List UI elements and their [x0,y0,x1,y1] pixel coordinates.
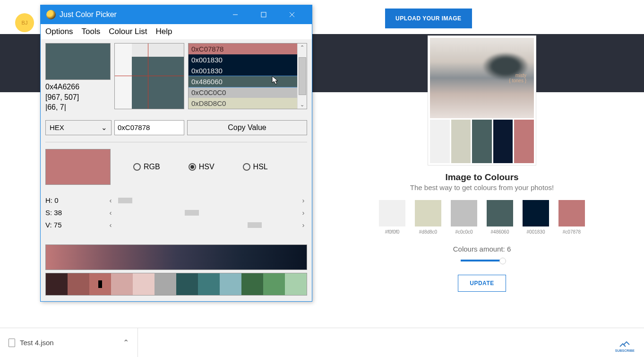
slider-thumb[interactable] [185,210,199,216]
slider-label: V: 75 [45,221,107,229]
maximize-button[interactable] [249,5,278,24]
extracted-label: #c07878 [558,229,585,235]
download-file-chip[interactable]: Test 4.json ⌃ [0,328,138,357]
slider-row: H: 0‹› [45,194,307,207]
extracted-swatch [415,200,441,226]
slider-left-icon[interactable]: ‹ [107,196,114,204]
scroll-up-icon[interactable]: ⌃ [300,44,304,52]
svg-rect-1 [261,12,266,17]
menu-tools[interactable]: Tools [82,27,101,36]
extracted-label: #486060 [487,229,513,235]
model-swatch [45,149,111,185]
extracted-swatch [487,200,513,226]
history-item[interactable]: 0xC0C0C0 [189,87,297,98]
extracted-color[interactable]: #c0c0c0 [451,200,477,235]
slider-right-icon[interactable]: › [300,209,307,217]
palette-cell[interactable] [46,273,68,295]
palette-cell[interactable] [198,273,220,295]
palette-cell[interactable] [220,273,241,295]
minimize-button[interactable] [221,5,249,24]
slider-left-icon[interactable]: ‹ [107,221,114,229]
extracted-label: #f0f0f0 [379,229,405,235]
menu-colour-list[interactable]: Colour List [109,27,147,36]
downloads-bar: Test 4.json ⌃ [0,328,644,357]
scroll-thumb[interactable] [299,57,306,95]
current-hex: 0x4A6266 [45,82,111,92]
radio-hsv[interactable]: HSV [189,163,215,171]
gradient-bar[interactable] [45,244,307,270]
slider-track[interactable] [114,198,300,203]
colours-amount-label: Colours amount: 6 [321,245,643,253]
zoom-preview [114,43,184,109]
palette-cell[interactable] [176,273,198,295]
slider-right-icon[interactable]: › [300,196,307,204]
window-title: Just Color Picker [60,10,221,19]
menu-options[interactable]: Options [45,27,73,36]
history-item[interactable]: 0xC07878 [189,44,297,54]
copy-value-button[interactable]: Copy Value [187,120,307,135]
radio-icon [133,163,141,171]
menubar: OptionsToolsColour ListHelp [41,24,312,39]
hsv-sliders: H: 0‹›S: 38‹›V: 75‹› [45,194,307,231]
palette-cell[interactable] [68,273,89,295]
radio-hsl[interactable]: HSL [243,163,268,171]
color-model-radios: RGBHSVHSL [133,163,268,171]
colours-amount-slider[interactable] [461,260,503,261]
palette-cell[interactable] [155,273,176,295]
palette-cell[interactable] [285,273,307,295]
file-icon [9,339,15,347]
extracted-swatch [558,200,585,226]
extracted-color[interactable]: #f0f0f0 [379,200,405,235]
web-panel: misty{ tones } Image to Colours The best… [321,35,643,292]
avatar[interactable]: BJ [15,13,34,32]
radio-rgb[interactable]: RGB [133,163,160,171]
slider-right-icon[interactable]: › [300,221,307,229]
sample-image-card: misty{ tones } [428,35,536,165]
slider-track[interactable] [114,210,300,216]
slider-track[interactable] [114,222,300,228]
subscribe-badge[interactable]: SUBSCRIBE [615,340,635,352]
menu-help[interactable]: Help [156,27,172,36]
radio-icon [189,163,196,171]
color-info: 0x4A6266 [967, 507] |66, 7| [45,82,111,113]
upload-image-button[interactable]: UPLOAD YOUR IMAGE [385,9,472,28]
sample-image-swatches [430,118,534,163]
palette-cell[interactable] [263,273,285,295]
history-item[interactable]: 0x001830 [189,65,297,76]
chevron-up-icon[interactable]: ⌃ [123,338,129,347]
palette-bar[interactable] [45,273,307,296]
format-select[interactable]: HEX ⌄ [45,120,112,135]
extracted-swatch [451,200,477,226]
sample-image-caption: misty{ tones } [509,73,526,83]
slider-label: S: 38 [45,209,107,217]
scroll-down-icon[interactable]: ⌄ [300,101,304,109]
palette-cell[interactable] [89,273,111,295]
close-button[interactable] [278,5,306,24]
extracted-label: #d8d8c0 [415,229,441,235]
radio-label: HSL [253,163,268,171]
extracted-color[interactable]: #d8d8c0 [415,200,441,235]
palette-cell[interactable] [133,273,155,295]
image-swatch [493,120,513,163]
palette-cell[interactable] [111,273,133,295]
extracted-swatch [379,200,405,226]
slider-thumb[interactable] [248,222,262,228]
update-button[interactable]: UPDATE [458,275,506,292]
extracted-color[interactable]: #486060 [487,200,513,235]
extracted-color[interactable]: #001830 [523,200,549,235]
image-swatch [472,120,492,163]
history-item[interactable]: 0xD8D8C0 [189,98,297,109]
history-item[interactable]: 0x001830 [189,54,297,65]
color-value-input[interactable] [114,120,184,135]
history-item[interactable]: 0x486060 [189,76,297,87]
history-scrollbar[interactable]: ⌃ ⌄ [297,44,307,109]
slider-left-icon[interactable]: ‹ [107,209,114,217]
extracted-colors: #f0f0f0#d8d8c0#c0c0c0#486060#001830#c078… [321,200,643,235]
palette-cell[interactable] [241,273,263,295]
slider-thumb[interactable] [118,198,132,203]
current-coords: [967, 507] [45,92,111,103]
web-title: Image to Colours [321,172,643,183]
extracted-color[interactable]: #c07878 [558,200,585,235]
radio-icon [243,163,250,171]
titlebar[interactable]: Just Color Picker [41,5,312,24]
